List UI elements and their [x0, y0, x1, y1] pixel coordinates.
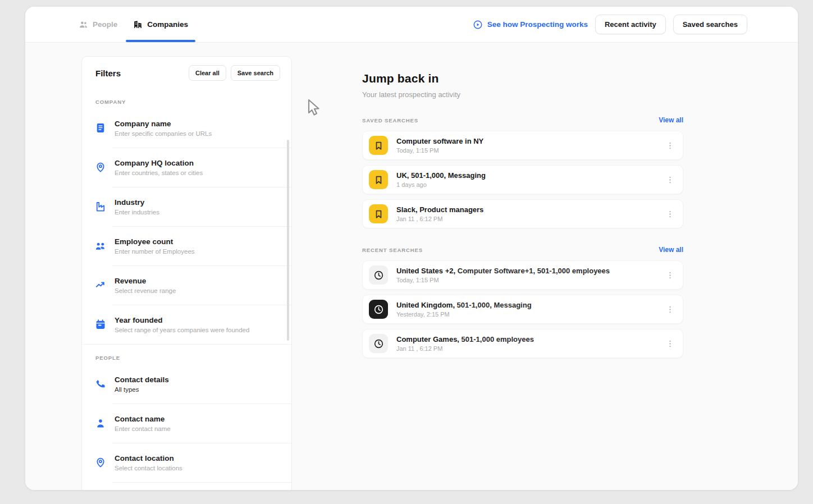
- play-circle-icon: [473, 20, 483, 30]
- top-bar-actions: See how Prospecting works Recent activit…: [473, 7, 747, 42]
- tab-companies[interactable]: Companies: [133, 7, 188, 42]
- tab-companies-label: Companies: [147, 20, 188, 29]
- saved-searches-head: SAVED SEARCHES View all: [362, 116, 683, 124]
- filter-item-title: Employee count: [115, 237, 195, 246]
- kebab-menu-icon[interactable]: [665, 339, 675, 349]
- filter-item-subtitle: Select revenue range: [115, 287, 176, 294]
- employee-count-icon: [95, 240, 106, 251]
- clock-icon: [369, 334, 388, 353]
- filter-item-title: Contact name: [115, 415, 171, 423]
- saved-searches-button[interactable]: Saved searches: [673, 15, 747, 34]
- search-item-time: Today, 1:15 PM: [396, 277, 610, 283]
- main-tabs: People Companies: [79, 7, 188, 42]
- company-document-icon: [95, 122, 106, 134]
- filter-item-subtitle: All types: [115, 386, 169, 393]
- kebab-menu-icon[interactable]: [665, 209, 675, 219]
- search-item-time: Jan 11 , 6:12 PM: [396, 216, 483, 222]
- search-list-item[interactable]: Computer software in NY Today, 1:15 PM: [362, 131, 683, 160]
- filter-item[interactable]: Contact details All types: [82, 364, 291, 404]
- filter-item[interactable]: Year founded Select range of years compa…: [82, 305, 291, 344]
- filter-item-subtitle: Enter industries: [115, 209, 159, 216]
- see-how-prospecting-works-link[interactable]: See how Prospecting works: [473, 20, 588, 30]
- person-icon: [95, 418, 106, 429]
- filters-list: COMPANY Company name Enter specific comp…: [82, 89, 291, 490]
- search-list-item[interactable]: United Kingdom, 501-1,000, Messaging Yes…: [362, 295, 683, 324]
- filter-section-items: Company name Enter specific companies or…: [82, 108, 291, 344]
- prospecting-window: People Companies See how Prospecting wor…: [25, 7, 798, 490]
- filter-item[interactable]: Revenue Select revenue range: [82, 265, 291, 305]
- bookmark-icon: [369, 170, 388, 189]
- filter-section: COMPANY Company name Enter specific comp…: [82, 89, 291, 344]
- search-item-time: Jan 11 , 6:12 PM: [396, 345, 534, 352]
- recent-searches-label: RECENT SEARCHES: [362, 247, 423, 253]
- filter-item-title: Revenue: [115, 277, 176, 285]
- filter-item-subtitle: Enter number of Employees: [115, 248, 195, 255]
- filter-item-subtitle: Enter countries, states or cities: [115, 169, 203, 176]
- filter-item-title: Contact details: [115, 375, 169, 384]
- kebab-menu-icon[interactable]: [665, 175, 675, 185]
- jump-back-in-section: Jump back in Your latest prospecting act…: [362, 43, 683, 363]
- filter-item[interactable]: Department: [82, 482, 291, 490]
- saved-searches-label: SAVED SEARCHES: [362, 117, 418, 123]
- filter-item[interactable]: Company HQ location Enter countries, sta…: [82, 148, 291, 187]
- search-item-title: Computer software in NY: [396, 137, 483, 145]
- filter-item-title: Company HQ location: [115, 159, 203, 167]
- filter-section-label: COMPANY: [82, 89, 291, 108]
- search-item-title: United States +2, Computer Software+1, 5…: [396, 267, 610, 275]
- saved-searches-view-all-link[interactable]: View all: [659, 116, 683, 124]
- filter-item-subtitle: Select range of years companies were fou…: [115, 327, 249, 333]
- top-bar: People Companies See how Prospecting wor…: [25, 7, 798, 43]
- filter-item-title: Year founded: [115, 316, 249, 324]
- search-list-item[interactable]: Computer Games, 501-1,000 employees Jan …: [362, 329, 683, 358]
- filter-item[interactable]: Contact name Enter contact name: [82, 404, 291, 443]
- clock-icon: [369, 265, 388, 285]
- search-list-item[interactable]: Slack, Product managers Jan 11 , 6:12 PM: [362, 199, 683, 228]
- recent-searches-list: United States +2, Computer Software+1, 5…: [362, 260, 683, 358]
- kebab-menu-icon[interactable]: [665, 305, 675, 314]
- revenue-trend-icon: [95, 280, 106, 291]
- filter-item-title: Industry: [115, 198, 159, 207]
- search-list-item[interactable]: UK, 501-1,000, Messaging 1 days ago: [362, 165, 683, 194]
- recent-activity-button[interactable]: Recent activity: [595, 15, 666, 34]
- page-title: Jump back in: [362, 72, 683, 85]
- filter-section-items: Contact details All types Contact name E…: [82, 364, 291, 490]
- tab-people[interactable]: People: [79, 7, 117, 42]
- search-item-time: 1 days ago: [396, 181, 486, 188]
- filter-item-subtitle: Select contact locations: [115, 465, 182, 471]
- page-subtitle: Your latest prospecting activity: [362, 90, 683, 99]
- search-item-title: Computer Games, 501-1,000 employees: [396, 335, 534, 343]
- save-search-button[interactable]: Save search: [231, 65, 280, 81]
- filters-scrollbar[interactable]: [287, 140, 289, 341]
- saved-searches-list: Computer software in NY Today, 1:15 PM U…: [362, 131, 683, 228]
- tab-people-label: People: [93, 20, 117, 29]
- clock-icon: [369, 300, 388, 319]
- people-icon: [79, 20, 88, 29]
- content-area: Filters Clear all Save search COMPANY Co…: [25, 43, 798, 490]
- kebab-menu-icon[interactable]: [665, 271, 675, 280]
- calendar-icon: [95, 319, 106, 330]
- bookmark-icon: [369, 136, 388, 155]
- filter-item-title: Contact location: [115, 454, 182, 462]
- filters-header: Filters Clear all Save search: [82, 57, 291, 89]
- filter-item-subtitle: Enter contact name: [115, 425, 171, 432]
- filter-item[interactable]: Contact location Select contact location…: [82, 443, 291, 482]
- kebab-menu-icon[interactable]: [665, 141, 675, 150]
- filter-section-label: PEOPLE: [82, 345, 291, 364]
- filter-item-subtitle: Enter specific companies or URLs: [115, 130, 212, 137]
- clear-all-button[interactable]: Clear all: [189, 65, 226, 81]
- recent-searches-view-all-link[interactable]: View all: [659, 246, 683, 254]
- help-link-label: See how Prospecting works: [487, 20, 588, 29]
- location-pin-icon: [95, 457, 106, 468]
- recent-searches-head: RECENT SEARCHES View all: [362, 246, 683, 254]
- filter-item[interactable]: Employee count Enter number of Employees: [82, 226, 291, 265]
- filters-panel: Filters Clear all Save search COMPANY Co…: [81, 56, 292, 490]
- filter-item[interactable]: Industry Enter industries: [82, 187, 291, 226]
- filter-item[interactable]: Company name Enter specific companies or…: [82, 108, 291, 148]
- search-item-time: Yesterday, 2:15 PM: [396, 311, 532, 318]
- phone-icon: [95, 378, 106, 390]
- search-item-title: UK, 501-1,000, Messaging: [396, 171, 486, 180]
- search-list-item[interactable]: United States +2, Computer Software+1, 5…: [362, 260, 683, 290]
- filters-title: Filters: [95, 68, 184, 78]
- companies-icon: [133, 20, 143, 29]
- search-item-time: Today, 1:15 PM: [396, 147, 483, 154]
